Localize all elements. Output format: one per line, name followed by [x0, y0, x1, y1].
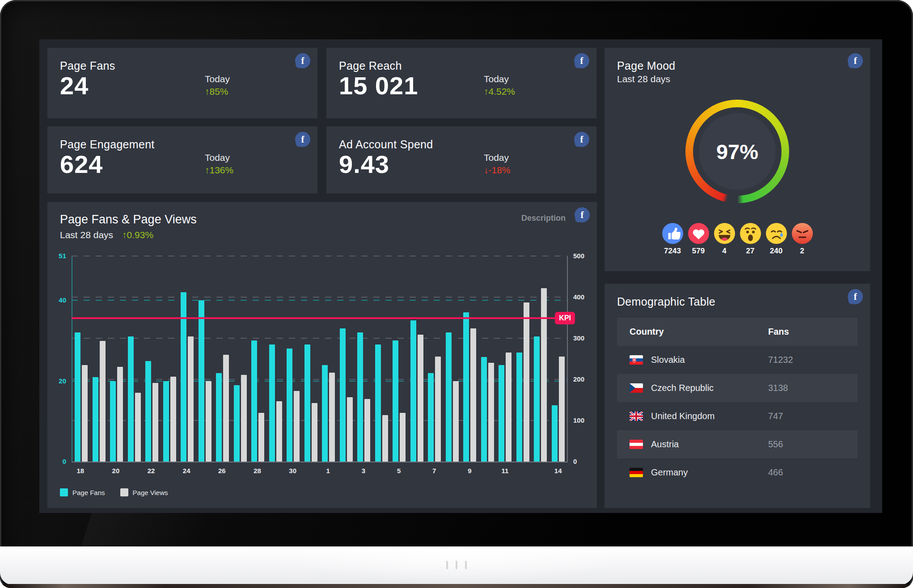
table-row: Germany466 [617, 458, 858, 487]
table-header-row: Country Fans [617, 318, 858, 346]
today-label: Today [205, 74, 230, 84]
y-axis-left-tick: 51 [59, 252, 66, 260]
bar-page-fans [410, 320, 416, 462]
chart-change: ↑0.93% [122, 230, 153, 240]
de-flag-icon [630, 468, 643, 477]
trend-arrow-icon: ↑ [205, 165, 210, 175]
reaction-sad: 240 [766, 223, 787, 256]
x-axis-tick: 22 [148, 467, 155, 475]
country-name: Austria [651, 439, 679, 449]
facebook-icon[interactable]: f [574, 132, 589, 147]
haha-reaction-icon [714, 223, 735, 244]
chart-title: Page Fans & Page Views [60, 213, 197, 227]
card-title: Page Engagement [60, 138, 155, 151]
legend-item: Page Views [120, 488, 168, 496]
bar-page-views [241, 375, 247, 462]
reaction-count: 7243 [664, 247, 681, 256]
x-axis-tick: 20 [112, 467, 120, 475]
bar-page-fans [93, 377, 98, 462]
fans-count: 71232 [768, 355, 858, 365]
gb-flag-icon [630, 412, 643, 421]
bar-page-views [206, 381, 211, 462]
mood-gauge: 97% [685, 100, 789, 203]
bar-page-views [364, 399, 370, 462]
facebook-icon[interactable]: f [848, 289, 863, 304]
bar-page-views [559, 357, 565, 462]
table-row: Austria556 [617, 430, 858, 458]
card-value: 24 [60, 71, 89, 100]
reaction-wow: 27 [740, 223, 761, 256]
x-axis-tick: 28 [254, 467, 261, 475]
x-axis-tick: 18 [76, 467, 84, 475]
x-axis-tick: 1 [326, 467, 330, 475]
x-axis-tick: 9 [468, 467, 471, 475]
bar-group [496, 256, 514, 462]
bar-group [90, 256, 108, 462]
description-label[interactable]: Description [521, 214, 566, 223]
bar-page-views [312, 403, 317, 462]
bar-group [267, 256, 285, 462]
bar-page-fans [481, 357, 487, 462]
bar-group [143, 256, 161, 462]
x-axis-tick: 7 [432, 467, 436, 475]
bar-page-fans [199, 300, 204, 462]
facebook-icon[interactable]: f [295, 53, 310, 68]
dashboard: Page Fans 24 Today ↑85% f Page Reach 15 … [39, 39, 882, 513]
bar-page-fans [516, 353, 522, 462]
bar-page-views [506, 353, 511, 462]
card-value: 624 [60, 150, 103, 179]
reaction-count: 2 [800, 247, 804, 256]
chart-plot-area: KPI0204051010020030040050018202224262830… [72, 256, 568, 462]
reaction-haha: 4 [714, 223, 735, 256]
country-name: Slovakia [651, 355, 685, 365]
bar-page-views [453, 381, 459, 462]
bar-page-views [82, 365, 88, 462]
bar-group [338, 256, 355, 462]
card-title: Demographic Table [617, 295, 715, 308]
card-value: 15 021 [339, 71, 418, 100]
bar-page-fans [375, 344, 381, 462]
bar-page-views [100, 341, 106, 462]
bar-page-fans [269, 344, 275, 462]
bar-page-views [400, 413, 406, 462]
country-name: United Kingdom [651, 411, 714, 421]
card-page-mood: Page Mood Last 28 days f 97% 72435794272… [604, 48, 870, 271]
card-page-reach: Page Reach 15 021 Today ↑4.52% f [326, 48, 596, 118]
facebook-icon[interactable]: f [295, 132, 310, 147]
card-title: Page Reach [339, 59, 402, 72]
bar-group [178, 256, 196, 462]
bar-page-fans [251, 340, 257, 462]
bars-container [72, 256, 567, 462]
trend-arrow-icon: ↑ [484, 86, 489, 97]
y-axis-left-tick: 20 [59, 377, 66, 385]
facebook-icon[interactable]: f [848, 53, 863, 68]
fans-count: 466 [768, 467, 858, 478]
bar-page-views [329, 373, 335, 462]
legend-swatch [120, 488, 128, 496]
bar-page-fans [534, 336, 540, 462]
bar-group [108, 256, 126, 462]
bar-group [355, 256, 373, 462]
like-reaction-icon [662, 223, 683, 244]
facebook-icon[interactable]: f [575, 207, 590, 223]
legend-swatch [60, 488, 68, 496]
facebook-icon[interactable]: f [574, 53, 589, 68]
laptop-base [0, 546, 913, 585]
bar-group [479, 256, 497, 462]
bar-page-fans [322, 365, 328, 462]
bar-page-fans [304, 344, 310, 462]
bar-page-views [418, 335, 423, 462]
bar-page-views [435, 357, 441, 462]
bar-page-fans [357, 332, 363, 462]
reaction-count: 240 [770, 247, 782, 256]
y-axis-right-tick: 300 [573, 334, 584, 342]
bar-page-views [541, 288, 547, 462]
y-axis-left-tick: 0 [63, 458, 66, 465]
y-axis-right-tick: 200 [573, 375, 584, 383]
bar-page-fans [234, 385, 240, 462]
trend-arrow-icon: ↑ [205, 86, 210, 97]
card-title: Page Fans [60, 59, 115, 72]
today-label: Today [484, 152, 511, 163]
card-value: 9.43 [339, 150, 389, 179]
bar-group [232, 256, 249, 462]
